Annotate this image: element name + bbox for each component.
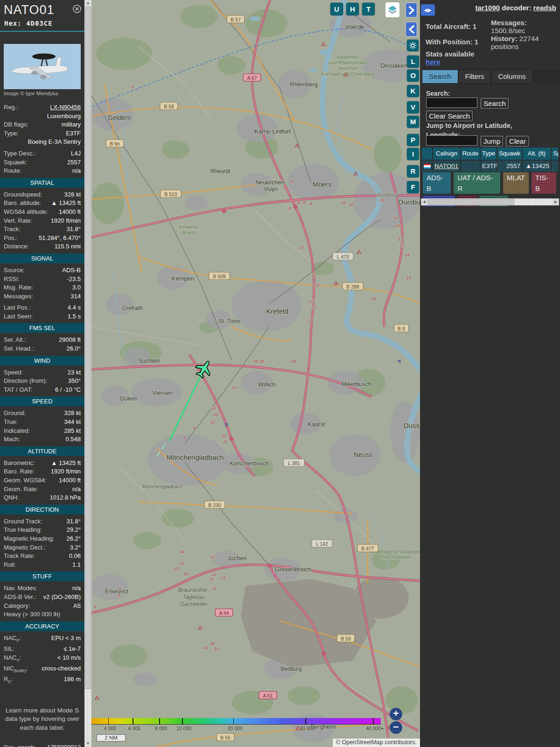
pan-right-button[interactable] xyxy=(405,2,418,18)
info-label: Track Rate: xyxy=(4,552,35,561)
column-header[interactable]: Squawk xyxy=(497,148,522,160)
column-header[interactable]: Route xyxy=(461,148,480,160)
info-label: Ground Track: xyxy=(4,517,42,526)
map-label-junction: 11 xyxy=(209,576,214,581)
map-button-f[interactable]: F xyxy=(407,181,419,193)
readsb-link[interactable]: readsb xyxy=(533,4,556,12)
info-value: 285 kt xyxy=(64,427,81,436)
info-value: Boeing E-3A Sentry xyxy=(28,138,81,147)
map-button-m[interactable]: M xyxy=(407,116,419,128)
jump-input[interactable] xyxy=(426,135,477,146)
settings-button[interactable] xyxy=(407,40,419,51)
column-header[interactable]: Callsign xyxy=(433,148,460,160)
map-button-u[interactable]: U xyxy=(330,3,343,15)
column-header[interactable] xyxy=(422,148,432,160)
tab-columns[interactable]: Columns xyxy=(491,70,532,84)
map-road-badge: B 59 xyxy=(341,636,351,641)
map-button-t[interactable]: T xyxy=(362,3,375,15)
tab-filters[interactable]: Filters xyxy=(458,70,491,84)
scroll-left-icon[interactable]: ◄ xyxy=(421,198,427,205)
altitude-tick-label: 8 000 xyxy=(155,726,167,731)
callsign-link[interactable]: NATO01 xyxy=(434,162,458,169)
map-button-l[interactable]: L xyxy=(407,56,419,68)
info-row: Geom. WGS84:14000 ft xyxy=(0,476,84,485)
info-value: 1012.8 hPa xyxy=(49,493,81,502)
map-label-junction: 25 xyxy=(259,359,265,364)
legend-tis-b[interactable]: TIS-B xyxy=(532,172,556,194)
info-row: Reg.:LX-N90456 xyxy=(0,103,84,112)
jump-button[interactable]: Jump xyxy=(481,136,503,147)
map-label-city: Rheurdt xyxy=(210,168,231,175)
tar1090-app: NATO01 Hex: 4D03CE Image © Igor Mendyka … xyxy=(0,0,560,747)
scroll-down-icon[interactable]: ▼ xyxy=(84,740,91,747)
jump-clear-button[interactable]: Clear xyxy=(506,136,529,147)
info-label: Route: xyxy=(4,167,21,176)
info-row: DB flags:military xyxy=(0,120,84,129)
info-label: ADS-B Ver.: xyxy=(4,593,36,602)
aircraft-photo[interactable] xyxy=(4,44,81,89)
map-label-city: Mönchengladbach xyxy=(167,453,224,461)
zoom-in-button[interactable]: + xyxy=(390,708,402,720)
column-header[interactable]: Alt. (ft) xyxy=(523,148,551,160)
map-road-badge: A 57 xyxy=(247,75,257,81)
map-button-o[interactable]: O xyxy=(407,70,419,82)
info-value: ▲ 13425 ft xyxy=(51,199,81,208)
table-hscrollbar[interactable]: ◄ ► xyxy=(421,198,559,205)
map-button-p[interactable]: P xyxy=(407,134,419,146)
section-header: ALTITUDE xyxy=(0,446,84,456)
layers-button[interactable] xyxy=(385,2,399,17)
zoom-out-button[interactable]: − xyxy=(390,721,402,734)
search-button[interactable]: Search xyxy=(481,98,509,109)
decoder-header: tar1090 decoder: readsb xyxy=(420,4,556,12)
map-canvas[interactable]: VoerdeDinslakenRheinbergGeldernKamp-Lint… xyxy=(91,0,420,747)
close-icon[interactable] xyxy=(72,4,82,14)
table-row[interactable]: NATO01E3TF2557▲13425 xyxy=(422,161,558,172)
divider xyxy=(0,31,84,32)
hscrollbar-thumb[interactable] xyxy=(428,199,514,205)
map-button-v[interactable]: V xyxy=(407,101,419,113)
map-button-r[interactable]: R xyxy=(407,165,419,177)
map-label-city: Kaarst xyxy=(308,421,325,428)
scroll-up-icon[interactable]: ▲ xyxy=(84,0,91,7)
map-button-i[interactable]: I xyxy=(407,148,419,160)
map-label-junction: 16 xyxy=(214,646,219,651)
map[interactable]: VoerdeDinslakenRheinbergGeldernKamp-Lint… xyxy=(91,0,420,747)
sidebar-scrollbar[interactable]: ▲ ▼ xyxy=(84,0,91,747)
map-button-h[interactable]: H xyxy=(346,3,359,15)
column-header[interactable]: Type xyxy=(481,148,497,160)
section-header: WIND xyxy=(0,356,84,366)
registration-link[interactable]: LX-N90456 xyxy=(50,103,81,112)
map-button-k[interactable]: K xyxy=(407,85,419,97)
altitude-tick xyxy=(108,718,109,725)
scroll-right-icon[interactable]: ► xyxy=(553,198,559,205)
map-label-city: Bedburg xyxy=(280,666,301,672)
search-input[interactable] xyxy=(426,98,477,108)
info-row: Magnetic Heading:26.2° xyxy=(0,535,84,543)
legend-mlat[interactable]: MLAT xyxy=(503,172,529,194)
column-header[interactable]: Spd xyxy=(552,148,558,160)
map-attribution[interactable]: © OpenStreetMap contributors. xyxy=(333,739,420,747)
info-value: 344 kt xyxy=(64,418,81,427)
scrollbar-thumb[interactable] xyxy=(85,7,91,689)
legend-ads-b[interactable]: ADS-B xyxy=(423,172,451,194)
map-label-area: Mönchengladbach xyxy=(142,484,182,489)
tab-search[interactable]: Search xyxy=(422,70,458,84)
info-value: < 10 m/s xyxy=(57,654,81,664)
stats-here-link[interactable]: here xyxy=(426,58,441,66)
legend-uat-ads-r[interactable]: UAT / ADS-R xyxy=(454,172,500,194)
pan-left-button[interactable] xyxy=(405,21,418,37)
altitude-tick-label: 30 000 xyxy=(300,726,315,731)
map-label-city: Korschenbroich xyxy=(230,460,268,467)
map-label-junction: 22 xyxy=(210,419,216,424)
map-label-junction: 22 xyxy=(213,412,219,417)
clear-search-button[interactable]: Clear Search xyxy=(426,111,473,121)
info-value: 29.2° xyxy=(66,526,81,535)
info-row: Sel. Alt.:29008 ft xyxy=(0,336,84,345)
info-row: Route:n/a xyxy=(0,167,84,176)
map-label-junction: 13 xyxy=(399,242,405,247)
tar1090-link[interactable]: tar1090 xyxy=(476,4,500,12)
info-row: Barometric:▲ 13425 ft xyxy=(0,459,84,468)
info-row: TAT / OAT:6 / -10 °C xyxy=(0,386,84,395)
info-value: ≤ 1e-7 xyxy=(63,645,81,654)
info-label: NACP: xyxy=(4,634,21,645)
